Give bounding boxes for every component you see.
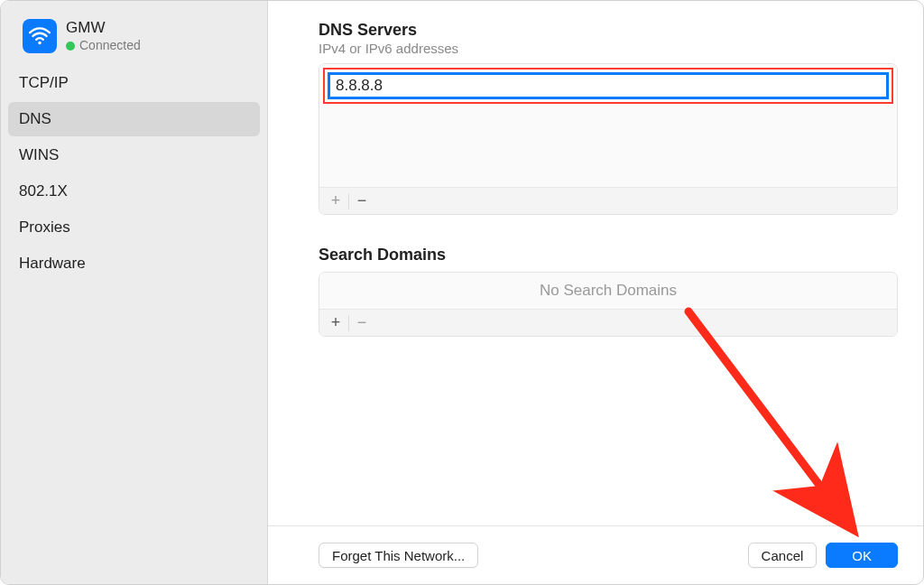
network-info: GMW Connected (66, 19, 141, 53)
dns-subtitle: IPv4 or IPv6 addresses (319, 41, 898, 56)
dns-entry-highlight (323, 68, 893, 104)
network-status: Connected (66, 38, 141, 53)
domains-empty-text[interactable]: No Search Domains (319, 273, 897, 309)
forget-network-button[interactable]: Forget This Network... (319, 543, 478, 568)
main-panel: DNS Servers IPv4 or IPv6 addresses + − S… (268, 1, 923, 584)
svg-point-0 (38, 42, 41, 44)
sidebar-list: TCP/IP DNS WINS 802.1X Proxies Hardware (1, 66, 267, 281)
domains-remove-button[interactable]: − (351, 312, 373, 334)
status-dot-icon (66, 42, 75, 51)
search-domains-list: No Search Domains + − (319, 272, 898, 337)
dns-list-footer: + − (319, 187, 897, 214)
dns-title: DNS Servers (319, 21, 898, 40)
domains-title: Search Domains (319, 246, 898, 265)
sidebar-item-proxies[interactable]: Proxies (8, 210, 260, 245)
network-name: GMW (66, 19, 141, 37)
dns-add-button[interactable]: + (325, 190, 346, 212)
bottom-bar: Forget This Network... Cancel OK (268, 525, 923, 584)
wifi-icon (23, 19, 57, 53)
dns-servers-list: + − (319, 63, 898, 215)
cancel-button[interactable]: Cancel (748, 543, 818, 568)
sidebar-item-dns[interactable]: DNS (8, 102, 260, 136)
sidebar-item-tcpip[interactable]: TCP/IP (8, 66, 260, 100)
divider (348, 193, 349, 209)
dns-entry-input[interactable] (328, 72, 889, 99)
sidebar-item-8021x[interactable]: 802.1X (8, 174, 260, 209)
ok-button[interactable]: OK (826, 543, 898, 568)
sidebar: GMW Connected TCP/IP DNS WINS 802.1X Pro… (1, 1, 268, 584)
divider (348, 315, 349, 331)
network-header: GMW Connected (1, 15, 267, 66)
domains-list-footer: + − (319, 309, 897, 336)
dns-remove-button[interactable]: − (351, 190, 373, 212)
status-text: Connected (79, 38, 141, 53)
dns-list-items[interactable] (319, 64, 897, 187)
content: DNS Servers IPv4 or IPv6 addresses + − S… (268, 1, 923, 525)
sidebar-item-hardware[interactable]: Hardware (8, 246, 260, 281)
domains-add-button[interactable]: + (325, 312, 346, 334)
sidebar-item-wins[interactable]: WINS (8, 138, 260, 172)
